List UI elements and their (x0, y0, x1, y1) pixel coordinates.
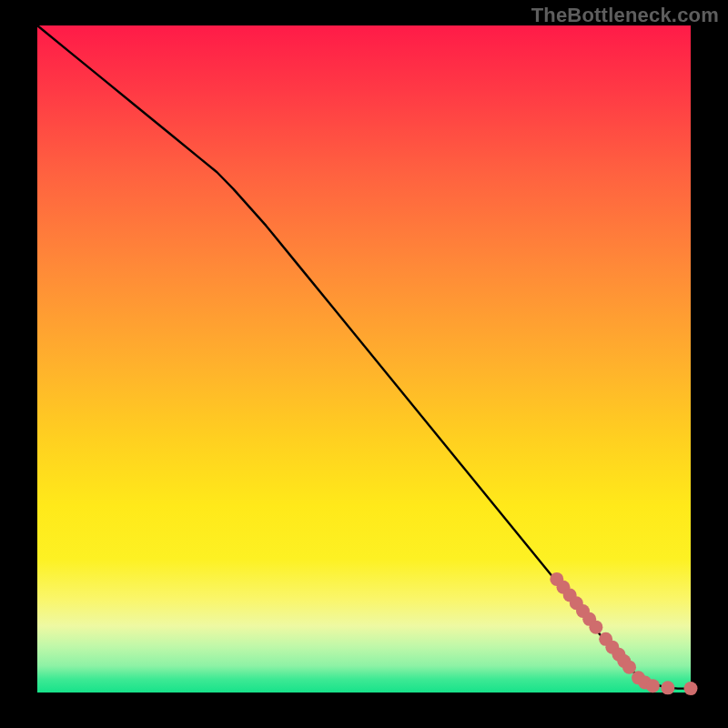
points-layer (550, 572, 697, 695)
data-point (646, 679, 660, 693)
plot-area (37, 25, 691, 693)
watermark-text: TheBottleneck.com (531, 4, 719, 27)
chart-frame: TheBottleneck.com (0, 0, 728, 728)
curve-layer (37, 25, 691, 689)
chart-svg (37, 25, 691, 693)
data-point (684, 682, 698, 695)
data-point (661, 681, 674, 694)
data-point (589, 621, 602, 634)
curve-path (37, 25, 691, 689)
data-point (622, 661, 636, 674)
